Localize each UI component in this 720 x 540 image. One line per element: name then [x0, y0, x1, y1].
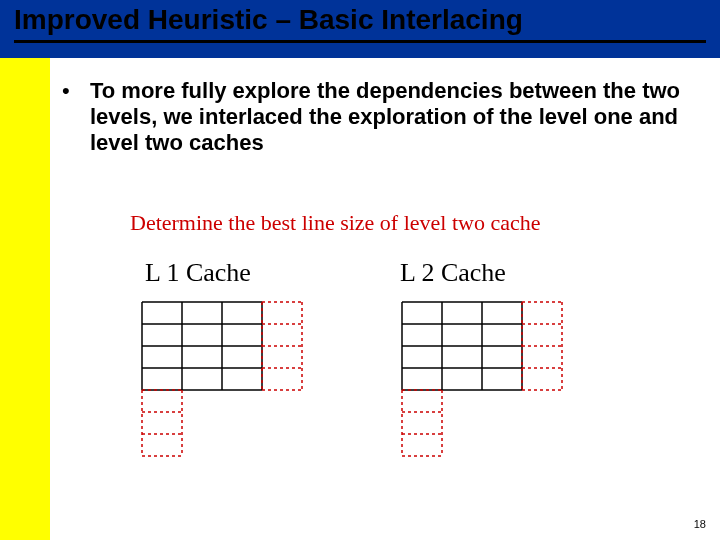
slide: Improved Heuristic – Basic Interlacing •…: [0, 0, 720, 540]
l1-cache-diagram: [140, 300, 340, 480]
sidebar-accent: [0, 0, 50, 540]
subtitle: Determine the best line size of level tw…: [130, 210, 541, 236]
title-underline: [14, 40, 706, 43]
bullet-text: To more fully explore the dependencies b…: [90, 78, 702, 156]
bullet-item: • To more fully explore the dependencies…: [62, 78, 702, 156]
l2-cache-diagram: [400, 300, 600, 480]
bullet-marker: •: [62, 78, 90, 156]
l1-cache-label: L 1 Cache: [145, 258, 251, 288]
l2-cache-label: L 2 Cache: [400, 258, 506, 288]
page-number: 18: [694, 518, 706, 530]
slide-title: Improved Heuristic – Basic Interlacing: [14, 4, 523, 36]
